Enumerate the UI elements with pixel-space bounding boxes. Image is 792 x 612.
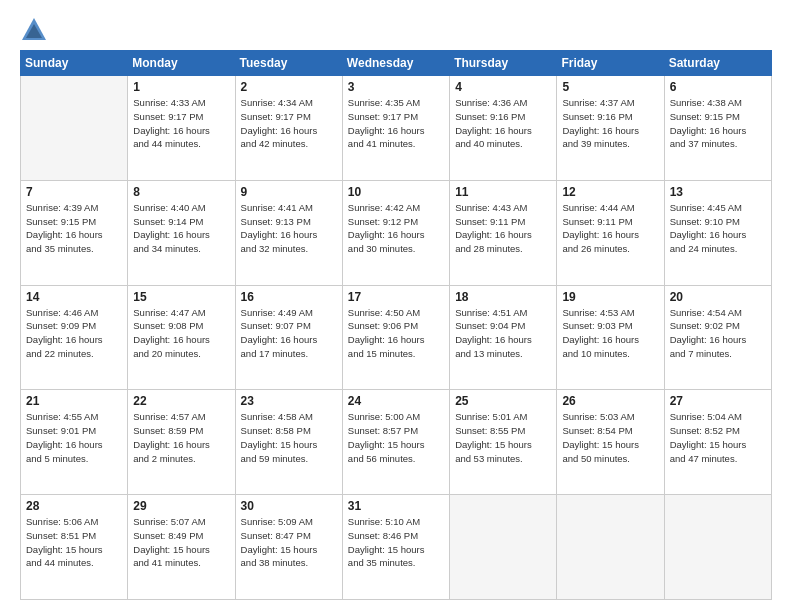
day-info: Sunrise: 4:50 AM Sunset: 9:06 PM Dayligh… (348, 306, 444, 361)
header-row: SundayMondayTuesdayWednesdayThursdayFrid… (21, 51, 772, 76)
day-cell: 15Sunrise: 4:47 AM Sunset: 9:08 PM Dayli… (128, 285, 235, 390)
day-cell: 26Sunrise: 5:03 AM Sunset: 8:54 PM Dayli… (557, 390, 664, 495)
day-info: Sunrise: 4:55 AM Sunset: 9:01 PM Dayligh… (26, 410, 122, 465)
day-info: Sunrise: 4:49 AM Sunset: 9:07 PM Dayligh… (241, 306, 337, 361)
day-cell: 29Sunrise: 5:07 AM Sunset: 8:49 PM Dayli… (128, 495, 235, 600)
day-info: Sunrise: 4:36 AM Sunset: 9:16 PM Dayligh… (455, 96, 551, 151)
logo (20, 16, 52, 44)
day-info: Sunrise: 4:40 AM Sunset: 9:14 PM Dayligh… (133, 201, 229, 256)
day-info: Sunrise: 4:43 AM Sunset: 9:11 PM Dayligh… (455, 201, 551, 256)
day-number: 29 (133, 499, 229, 513)
day-cell: 17Sunrise: 4:50 AM Sunset: 9:06 PM Dayli… (342, 285, 449, 390)
day-number: 7 (26, 185, 122, 199)
day-info: Sunrise: 5:00 AM Sunset: 8:57 PM Dayligh… (348, 410, 444, 465)
day-number: 19 (562, 290, 658, 304)
page: SundayMondayTuesdayWednesdayThursdayFrid… (0, 0, 792, 612)
day-number: 4 (455, 80, 551, 94)
day-cell: 25Sunrise: 5:01 AM Sunset: 8:55 PM Dayli… (450, 390, 557, 495)
day-info: Sunrise: 4:46 AM Sunset: 9:09 PM Dayligh… (26, 306, 122, 361)
day-info: Sunrise: 4:45 AM Sunset: 9:10 PM Dayligh… (670, 201, 766, 256)
day-cell: 13Sunrise: 4:45 AM Sunset: 9:10 PM Dayli… (664, 180, 771, 285)
header-cell-sunday: Sunday (21, 51, 128, 76)
day-info: Sunrise: 4:37 AM Sunset: 9:16 PM Dayligh… (562, 96, 658, 151)
header-cell-wednesday: Wednesday (342, 51, 449, 76)
day-info: Sunrise: 4:58 AM Sunset: 8:58 PM Dayligh… (241, 410, 337, 465)
day-cell: 23Sunrise: 4:58 AM Sunset: 8:58 PM Dayli… (235, 390, 342, 495)
day-cell: 31Sunrise: 5:10 AM Sunset: 8:46 PM Dayli… (342, 495, 449, 600)
day-info: Sunrise: 4:42 AM Sunset: 9:12 PM Dayligh… (348, 201, 444, 256)
day-cell (450, 495, 557, 600)
day-number: 1 (133, 80, 229, 94)
day-info: Sunrise: 5:07 AM Sunset: 8:49 PM Dayligh… (133, 515, 229, 570)
day-number: 20 (670, 290, 766, 304)
day-number: 24 (348, 394, 444, 408)
day-cell: 12Sunrise: 4:44 AM Sunset: 9:11 PM Dayli… (557, 180, 664, 285)
day-cell: 19Sunrise: 4:53 AM Sunset: 9:03 PM Dayli… (557, 285, 664, 390)
day-number: 25 (455, 394, 551, 408)
day-info: Sunrise: 5:09 AM Sunset: 8:47 PM Dayligh… (241, 515, 337, 570)
day-cell: 10Sunrise: 4:42 AM Sunset: 9:12 PM Dayli… (342, 180, 449, 285)
day-cell: 14Sunrise: 4:46 AM Sunset: 9:09 PM Dayli… (21, 285, 128, 390)
day-info: Sunrise: 4:57 AM Sunset: 8:59 PM Dayligh… (133, 410, 229, 465)
day-info: Sunrise: 5:01 AM Sunset: 8:55 PM Dayligh… (455, 410, 551, 465)
day-info: Sunrise: 5:03 AM Sunset: 8:54 PM Dayligh… (562, 410, 658, 465)
day-number: 13 (670, 185, 766, 199)
day-info: Sunrise: 5:06 AM Sunset: 8:51 PM Dayligh… (26, 515, 122, 570)
day-cell: 3Sunrise: 4:35 AM Sunset: 9:17 PM Daylig… (342, 76, 449, 181)
header-cell-friday: Friday (557, 51, 664, 76)
day-cell: 22Sunrise: 4:57 AM Sunset: 8:59 PM Dayli… (128, 390, 235, 495)
day-number: 30 (241, 499, 337, 513)
week-row-3: 14Sunrise: 4:46 AM Sunset: 9:09 PM Dayli… (21, 285, 772, 390)
day-info: Sunrise: 4:34 AM Sunset: 9:17 PM Dayligh… (241, 96, 337, 151)
day-number: 22 (133, 394, 229, 408)
day-number: 14 (26, 290, 122, 304)
day-number: 31 (348, 499, 444, 513)
day-info: Sunrise: 4:44 AM Sunset: 9:11 PM Dayligh… (562, 201, 658, 256)
day-number: 12 (562, 185, 658, 199)
day-number: 15 (133, 290, 229, 304)
day-number: 9 (241, 185, 337, 199)
calendar-table: SundayMondayTuesdayWednesdayThursdayFrid… (20, 50, 772, 600)
day-number: 18 (455, 290, 551, 304)
day-cell: 8Sunrise: 4:40 AM Sunset: 9:14 PM Daylig… (128, 180, 235, 285)
calendar-body: 1Sunrise: 4:33 AM Sunset: 9:17 PM Daylig… (21, 76, 772, 600)
day-info: Sunrise: 4:54 AM Sunset: 9:02 PM Dayligh… (670, 306, 766, 361)
day-cell (664, 495, 771, 600)
day-cell: 27Sunrise: 5:04 AM Sunset: 8:52 PM Dayli… (664, 390, 771, 495)
day-info: Sunrise: 4:47 AM Sunset: 9:08 PM Dayligh… (133, 306, 229, 361)
day-number: 8 (133, 185, 229, 199)
day-info: Sunrise: 5:04 AM Sunset: 8:52 PM Dayligh… (670, 410, 766, 465)
day-cell: 28Sunrise: 5:06 AM Sunset: 8:51 PM Dayli… (21, 495, 128, 600)
day-info: Sunrise: 4:39 AM Sunset: 9:15 PM Dayligh… (26, 201, 122, 256)
day-number: 26 (562, 394, 658, 408)
day-cell: 20Sunrise: 4:54 AM Sunset: 9:02 PM Dayli… (664, 285, 771, 390)
day-cell: 4Sunrise: 4:36 AM Sunset: 9:16 PM Daylig… (450, 76, 557, 181)
day-number: 11 (455, 185, 551, 199)
day-number: 6 (670, 80, 766, 94)
day-cell: 5Sunrise: 4:37 AM Sunset: 9:16 PM Daylig… (557, 76, 664, 181)
header-cell-thursday: Thursday (450, 51, 557, 76)
day-cell: 16Sunrise: 4:49 AM Sunset: 9:07 PM Dayli… (235, 285, 342, 390)
day-cell: 2Sunrise: 4:34 AM Sunset: 9:17 PM Daylig… (235, 76, 342, 181)
week-row-1: 1Sunrise: 4:33 AM Sunset: 9:17 PM Daylig… (21, 76, 772, 181)
header-cell-saturday: Saturday (664, 51, 771, 76)
day-cell: 30Sunrise: 5:09 AM Sunset: 8:47 PM Dayli… (235, 495, 342, 600)
day-number: 5 (562, 80, 658, 94)
day-info: Sunrise: 5:10 AM Sunset: 8:46 PM Dayligh… (348, 515, 444, 570)
day-cell: 21Sunrise: 4:55 AM Sunset: 9:01 PM Dayli… (21, 390, 128, 495)
day-info: Sunrise: 4:41 AM Sunset: 9:13 PM Dayligh… (241, 201, 337, 256)
day-number: 17 (348, 290, 444, 304)
day-number: 28 (26, 499, 122, 513)
day-cell (21, 76, 128, 181)
day-info: Sunrise: 4:33 AM Sunset: 9:17 PM Dayligh… (133, 96, 229, 151)
day-number: 27 (670, 394, 766, 408)
day-cell: 18Sunrise: 4:51 AM Sunset: 9:04 PM Dayli… (450, 285, 557, 390)
day-cell: 11Sunrise: 4:43 AM Sunset: 9:11 PM Dayli… (450, 180, 557, 285)
day-number: 3 (348, 80, 444, 94)
day-cell: 1Sunrise: 4:33 AM Sunset: 9:17 PM Daylig… (128, 76, 235, 181)
day-info: Sunrise: 4:35 AM Sunset: 9:17 PM Dayligh… (348, 96, 444, 151)
day-number: 16 (241, 290, 337, 304)
day-cell (557, 495, 664, 600)
week-row-4: 21Sunrise: 4:55 AM Sunset: 9:01 PM Dayli… (21, 390, 772, 495)
week-row-2: 7Sunrise: 4:39 AM Sunset: 9:15 PM Daylig… (21, 180, 772, 285)
